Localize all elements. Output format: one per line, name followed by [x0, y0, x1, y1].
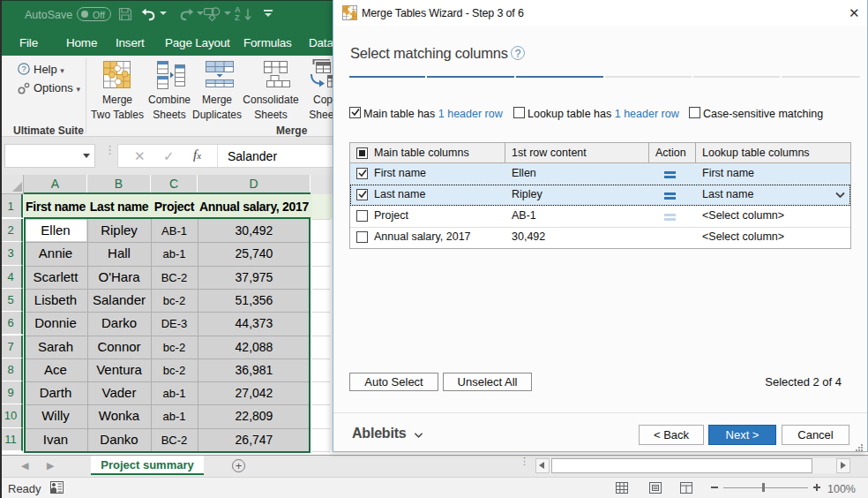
svg-text:?: ? — [21, 64, 26, 73]
